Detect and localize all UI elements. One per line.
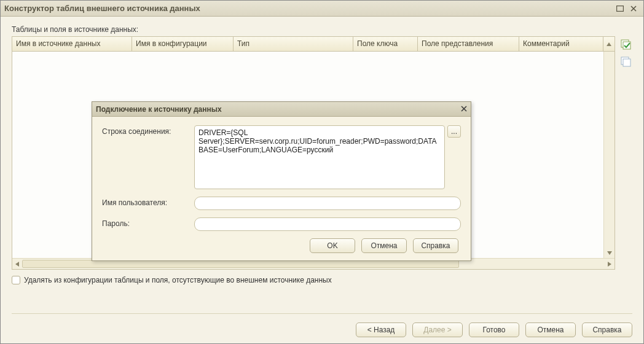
scroll-right-icon[interactable] bbox=[605, 262, 615, 267]
delete-missing-checkbox[interactable] bbox=[12, 276, 20, 284]
select-all-button[interactable] bbox=[619, 37, 632, 51]
dialog-close-button[interactable] bbox=[461, 105, 467, 114]
svg-rect-4 bbox=[623, 59, 630, 66]
dialog-titlebar: Подключение к источнику данных bbox=[92, 102, 471, 117]
close-button[interactable] bbox=[627, 3, 640, 14]
deselect-all-button[interactable] bbox=[619, 55, 632, 68]
back-button[interactable]: < Назад bbox=[356, 322, 406, 337]
delete-missing-label: Удалять из конфигурации таблицы и поля, … bbox=[24, 276, 332, 284]
col-comment[interactable]: Комментарий bbox=[519, 37, 603, 51]
password-label: Пароль: bbox=[102, 217, 194, 228]
col-presentation-field[interactable]: Поле представления bbox=[418, 37, 519, 51]
password-input[interactable] bbox=[194, 217, 461, 231]
dialog-cancel-button[interactable]: Отмена bbox=[361, 238, 407, 253]
scroll-down-icon[interactable] bbox=[604, 248, 615, 258]
svg-rect-0 bbox=[617, 6, 624, 11]
dialog-help-button[interactable]: Справка bbox=[413, 238, 458, 253]
vertical-scrollbar[interactable] bbox=[603, 52, 615, 258]
grid-header: Имя в источнике данных Имя в конфигураци… bbox=[12, 37, 615, 52]
scroll-left-icon[interactable] bbox=[12, 262, 22, 267]
cancel-button[interactable]: Отмена bbox=[525, 322, 576, 337]
connection-dialog: Подключение к источнику данных Строка со… bbox=[92, 101, 471, 261]
connection-string-input[interactable] bbox=[194, 125, 445, 189]
dialog-title: Подключение к источнику данных bbox=[96, 105, 461, 114]
username-input[interactable] bbox=[194, 197, 461, 210]
window-titlebar: Конструктор таблиц внешнего источника да… bbox=[1, 1, 643, 17]
col-key-field[interactable]: Поле ключа bbox=[353, 37, 418, 51]
col-type[interactable]: Тип bbox=[234, 37, 353, 51]
wizard-footer: < Назад Далее > Готово Отмена Справка bbox=[12, 313, 632, 337]
help-button[interactable]: Справка bbox=[582, 322, 632, 337]
connection-string-browse-button[interactable]: ... bbox=[447, 125, 461, 138]
scroll-up-icon[interactable] bbox=[604, 52, 615, 61]
username-label: Имя пользователя: bbox=[102, 197, 194, 207]
col-source-name[interactable]: Имя в источнике данных bbox=[12, 37, 132, 51]
connection-string-label: Строка соединения: bbox=[102, 125, 194, 136]
next-button: Далее > bbox=[412, 322, 463, 337]
window-title: Конструктор таблиц внешнего источника да… bbox=[4, 4, 613, 13]
section-label: Таблицы и поля в источнике данных: bbox=[12, 25, 632, 34]
dialog-ok-button[interactable]: OK bbox=[310, 238, 355, 253]
header-scroll-up-icon[interactable] bbox=[603, 37, 615, 51]
maximize-button[interactable] bbox=[614, 3, 626, 14]
finish-button[interactable]: Готово bbox=[469, 322, 519, 337]
col-config-name[interactable]: Имя в конфигурации bbox=[132, 37, 234, 51]
